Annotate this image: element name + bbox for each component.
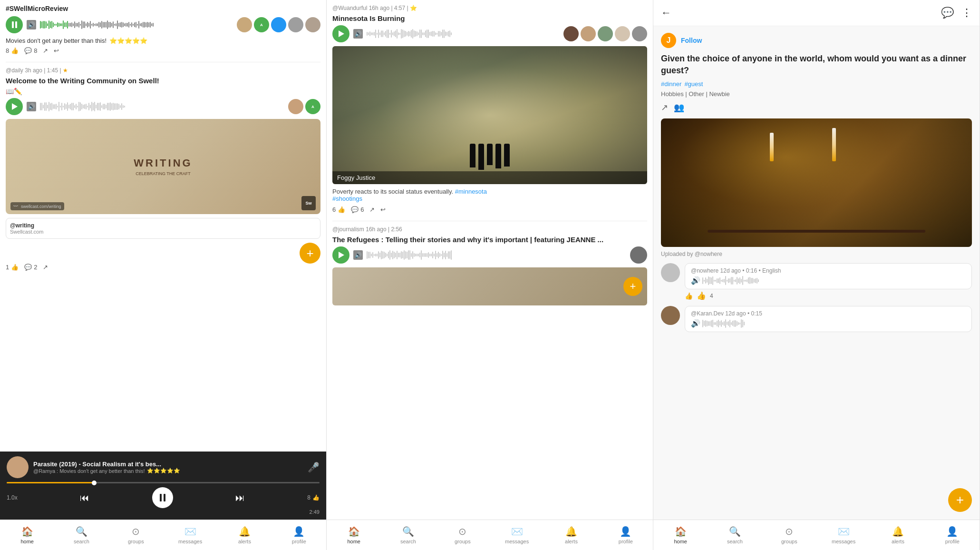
chat-icon[interactable]: 💬 [941,7,954,19]
table-edge [708,230,925,233]
nav-messages-2[interactable]: ✉️ messages [490,520,544,550]
nav-messages-1[interactable]: ✉️ messages [163,520,217,550]
player-like-icon[interactable]: 👍 [312,494,320,501]
post-header-refugees: @journalism 16h ago | 2:56 [332,226,647,233]
back-button[interactable]: ← [661,7,671,19]
skip-forward-btn[interactable]: ⏭ [235,492,245,503]
comment-sound-icon-2[interactable]: 🔊 [691,319,700,328]
play-icon-minnesota [339,30,344,37]
mic-icon[interactable]: 🎤 [308,462,320,473]
groups-label-1: groups [128,539,144,544]
nav-groups-1[interactable]: ⊙ groups [109,520,163,550]
bottom-nav-1: 🏠 home 🔍 search ⊙ groups ✉️ messages 🔔 a… [0,520,326,550]
nav-alerts-2[interactable]: 🔔 alerts [544,520,598,550]
hashtags-row: #dinner #guest [661,80,972,88]
nav-profile-3[interactable]: 👤 profile [925,520,980,550]
comment-waveform-2: 🔊 [691,319,966,328]
sound-icon-refugees[interactable]: 🔊 [353,250,363,260]
home-icon-2: 🏠 [348,526,360,537]
comment-like-1[interactable]: 👍 [685,292,693,300]
play-button-minnesota[interactable] [332,25,349,42]
add-button-writing[interactable]: + [300,243,320,264]
comment-btn-writing[interactable]: 💬 2 [24,264,37,271]
progress-fill [7,482,94,483]
share-btn-writing[interactable]: ↗ [43,264,48,271]
add-button-refugees[interactable]: + [623,277,642,296]
reply-btn-1[interactable]: ↩ [54,47,59,54]
comment-sound-icon-1[interactable]: 🔊 [691,276,700,285]
comment-btn-1[interactable]: 💬 8 [24,47,37,54]
comment-reactions-1: 👍 👍 4 [685,291,972,300]
comment-btn-minnesota[interactable]: 💬 6 [351,206,364,213]
add-btn-container: + [6,243,320,264]
share-btn-minnesota[interactable]: ↗ [369,206,375,213]
people-icon-p3[interactable]: 👥 [674,102,684,113]
play-pause-main[interactable] [152,487,173,508]
nav-groups-2[interactable]: ⊙ groups [436,520,490,550]
nav-messages-3[interactable]: ✉️ messages [816,520,871,550]
nav-alerts-3[interactable]: 🔔 alerts [871,520,925,550]
home-icon-1: 🏠 [21,526,33,537]
hashtag-dinner[interactable]: #dinner [661,80,681,88]
hashtag-title: #SWellMicroReview [6,5,320,12]
thumb-icon-minnesota: 👍 [338,206,345,213]
reply-icon-1: ↩ [54,47,59,54]
play-button-refugees[interactable] [332,246,349,264]
av-mn-3 [598,26,613,41]
nav-profile-1[interactable]: 👤 profile [272,520,326,550]
reply-btn-minnesota[interactable]: ↩ [380,206,386,213]
skip-back-btn[interactable]: ⏮ [80,492,89,503]
follow-button[interactable]: Follow [681,37,702,44]
panel-3: ← 💬 ⋮ J Follow Given the choice of anyon… [653,0,980,550]
more-options-icon[interactable]: ⋮ [961,7,972,19]
post-meta-refugees: @journalism 16h ago | 2:56 [332,226,402,233]
hashtag-guest[interactable]: #guest [684,80,703,88]
sound-icon-writing[interactable]: 🔊 [27,102,36,111]
player-title: Parasite (2019) - Social Realism at it's… [33,461,303,468]
nav-home-1[interactable]: 🏠 home [0,520,54,550]
player-info: Parasite (2019) - Social Realism at it's… [33,461,303,474]
waveform-1 [40,19,233,30]
nav-profile-2[interactable]: 👤 profile [599,520,653,550]
reactions-row-minnesota: 6 👍 💬 6 ↗ ↩ [332,206,647,213]
float-add-button[interactable]: + [948,488,972,512]
waveform-overlay: 〰 swellcast.com/writing [10,202,64,210]
profile-label-2: profile [619,539,633,544]
like-btn-minnesota[interactable]: 6 👍 [332,206,345,213]
comment-icon-1: 💬 [24,47,32,54]
link-url: Swellcast.com [10,229,316,235]
nav-groups-3[interactable]: ⊙ groups [762,520,816,550]
share-btn-1[interactable]: ↗ [43,47,48,54]
progress-bar[interactable] [7,482,320,483]
post-meta-writing: @daily 3h ago | 1:45 | ★ [6,67,68,74]
share-icon-p3[interactable]: ↗ [661,102,668,113]
search-icon-3: 🔍 [729,526,741,537]
comment-waveform-1: 🔊 [691,276,966,285]
nav-home-3[interactable]: 🏠 home [653,520,708,550]
swell-logo: Sw [301,196,316,210]
nav-search-3[interactable]: 🔍 search [708,520,762,550]
profile-label-3: profile [945,539,960,544]
play-icon-refugees [339,252,344,258]
avatar-5 [305,17,320,32]
post-writing: @daily 3h ago | 1:45 | ★ Welcome to the … [6,67,320,271]
nav-search-1[interactable]: 🔍 search [54,520,108,550]
nav-home-2[interactable]: 🏠 home [327,520,381,550]
sound-icon-1[interactable]: 🔊 [27,20,36,29]
like-btn-1[interactable]: 8 👍 [6,47,19,54]
comment-icon-writing: 💬 [24,264,32,271]
play-button-1[interactable] [6,16,23,33]
play-button-writing[interactable] [6,98,23,115]
nav-alerts-1[interactable]: 🔔 alerts [217,520,272,550]
comment-thumbsup-1[interactable]: 👍 [697,291,706,300]
thumb-icon-1: 👍 [11,47,19,54]
share-icon-minnesota: ↗ [369,206,375,213]
comment-meta-2: @Karan.Dev 12d ago • 0:15 [691,310,966,317]
sound-icon-minnesota[interactable]: 🔊 [353,29,363,39]
speed-label[interactable]: 1.0x [7,494,18,501]
comment-avatar-2 [661,306,680,325]
like-btn-writing[interactable]: 1 👍 [6,264,19,271]
comment-1: @nowhere 12d ago • 0:16 • English 🔊 👍 👍 … [661,263,972,300]
search-icon-2: 🔍 [402,526,414,537]
nav-search-2[interactable]: 🔍 search [381,520,435,550]
